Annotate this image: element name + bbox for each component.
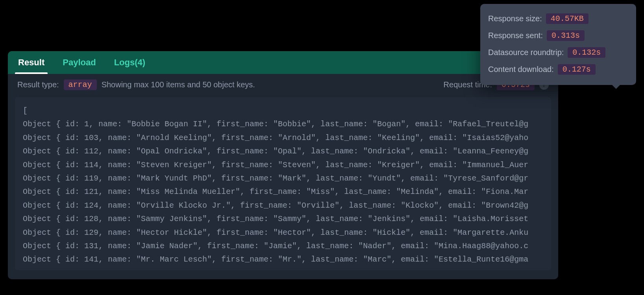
tooltip-row: Content download: 0.127s [488, 61, 628, 78]
result-panel: Result Payload Logs(4) Result type: arra… [8, 51, 558, 279]
tooltip-value: 40.57KB [546, 13, 588, 24]
tooltip-value: 0.127s [558, 64, 596, 75]
result-info-line: Result type: array Showing max 100 items… [8, 74, 558, 96]
tooltip-value: 0.132s [568, 47, 605, 58]
result-showing-text: Showing max 100 items and 50 object keys… [102, 80, 255, 89]
tooltip-value: 0.313s [547, 30, 585, 41]
tooltip-label: Response size: [488, 14, 542, 23]
tooltip-row: Response sent: 0.313s [488, 27, 628, 44]
tab-logs[interactable]: Logs(4) [111, 52, 148, 74]
timing-tooltip: Response size: 40.57KB Response sent: 0.… [480, 4, 636, 85]
result-type-value: array [64, 79, 97, 90]
tooltip-label: Content download: [488, 65, 554, 74]
tooltip-row: Datasource roundtrip: 0.132s [488, 44, 628, 61]
tooltip-row: Response size: 40.57KB [488, 10, 628, 27]
tooltip-label: Datasource roundtrip: [488, 48, 564, 57]
tab-bar: Result Payload Logs(4) [8, 51, 558, 74]
tooltip-label: Response sent: [488, 31, 543, 40]
result-type-label: Result type: [17, 80, 59, 89]
tab-payload[interactable]: Payload [59, 52, 99, 74]
result-output[interactable]: [ Object { id: 1, name: "Bobbie Bogan II… [15, 97, 551, 270]
tab-result[interactable]: Result [15, 52, 48, 74]
result-pre: [ Object { id: 1, name: "Bobbie Bogan II… [23, 104, 543, 267]
